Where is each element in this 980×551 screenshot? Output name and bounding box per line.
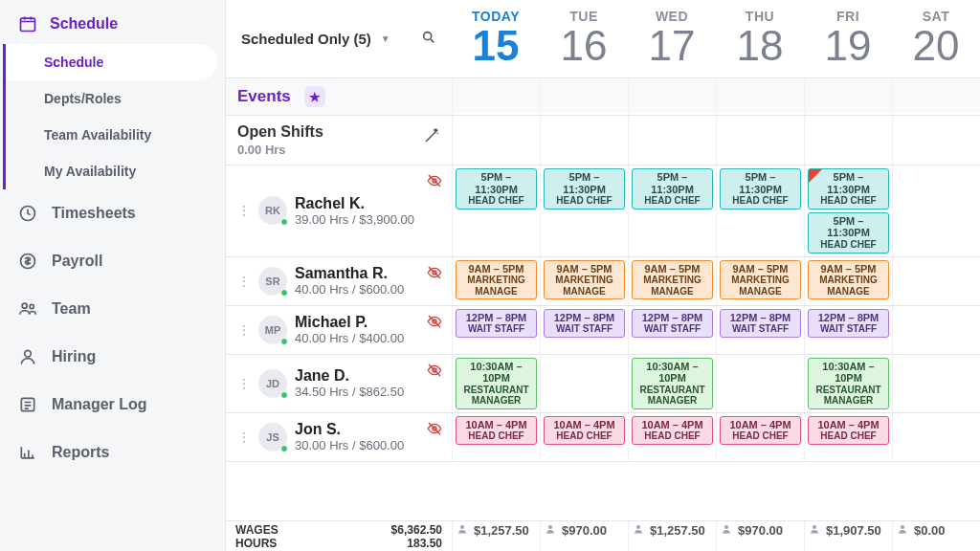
- hidden-icon[interactable]: [427, 173, 442, 191]
- drag-handle-icon[interactable]: ⋮: [237, 376, 251, 391]
- schedule-cell[interactable]: 5PM – 11:30PMHEAD CHEF: [628, 165, 716, 256]
- schedule-cell[interactable]: [892, 306, 980, 354]
- hidden-icon[interactable]: [427, 314, 442, 332]
- schedule-cell[interactable]: 12PM – 8PMWAIT STAFF: [804, 306, 892, 354]
- shift-block[interactable]: 9AM – 5PMMARKETING MANAGE: [456, 260, 537, 300]
- shift-block[interactable]: 10AM – 4PMHEAD CHEF: [544, 416, 625, 445]
- shift-block[interactable]: 10AM – 4PMHEAD CHEF: [808, 416, 889, 445]
- drag-handle-icon[interactable]: ⋮: [237, 203, 251, 218]
- shift-block[interactable]: 5PM – 11:30PMHEAD CHEF: [632, 168, 713, 209]
- star-icon[interactable]: ★: [304, 86, 325, 107]
- shift-block[interactable]: 5PM – 11:30PMHEAD CHEF: [456, 168, 537, 209]
- schedule-cell[interactable]: 9AM – 5PMMARKETING MANAGE: [452, 257, 540, 305]
- day-header[interactable]: TODAY15: [452, 5, 540, 72]
- schedule-cell[interactable]: 10AM – 4PMHEAD CHEF: [804, 413, 892, 461]
- nav-manager-log[interactable]: Manager Log: [0, 381, 225, 429]
- day-header[interactable]: THU18: [716, 5, 804, 72]
- schedule-cell[interactable]: 10AM – 4PMHEAD CHEF: [540, 413, 628, 461]
- footer-day-total: $970.00: [716, 521, 804, 551]
- hidden-icon[interactable]: [427, 265, 442, 283]
- schedule-cell[interactable]: [892, 165, 980, 256]
- schedule-cell[interactable]: 10AM – 4PMHEAD CHEF: [452, 413, 540, 461]
- schedule-cell[interactable]: [892, 257, 980, 305]
- subnav-my-availability[interactable]: My Availability: [6, 153, 225, 189]
- shift-block[interactable]: 10:30AM – 10PMRESTAURANT MANAGER: [808, 358, 889, 409]
- shift-block[interactable]: 12PM – 8PMWAIT STAFF: [632, 309, 713, 338]
- schedule-cell[interactable]: [716, 355, 804, 412]
- schedule-cell[interactable]: 12PM – 8PMWAIT STAFF: [452, 306, 540, 354]
- day-header[interactable]: WED17: [628, 5, 716, 72]
- person-meta: 34.50 Hrs / $862.50: [295, 385, 404, 399]
- schedule-cell[interactable]: 10:30AM – 10PMRESTAURANT MANAGER: [804, 355, 892, 412]
- chevron-down-icon: ▼: [381, 33, 390, 44]
- svg-point-15: [636, 525, 640, 529]
- subnav-schedule[interactable]: Schedule: [6, 44, 217, 80]
- shift-block[interactable]: 12PM – 8PMWAIT STAFF: [456, 309, 537, 338]
- search-icon[interactable]: [421, 30, 436, 48]
- schedule-cell[interactable]: [892, 413, 980, 461]
- shift-block[interactable]: 10AM – 4PMHEAD CHEF: [456, 416, 537, 445]
- schedule-cell[interactable]: [892, 355, 980, 412]
- avatar[interactable]: RK: [258, 196, 287, 225]
- shift-block[interactable]: 9AM – 5PMMARKETING MANAGE: [808, 260, 889, 300]
- schedule-cell[interactable]: 10AM – 4PMHEAD CHEF: [628, 413, 716, 461]
- hidden-icon[interactable]: [427, 363, 442, 381]
- schedule-cell[interactable]: 12PM – 8PMWAIT STAFF: [540, 306, 628, 354]
- avatar[interactable]: JD: [258, 369, 287, 398]
- nav-timesheets[interactable]: Timesheets: [0, 189, 225, 237]
- svg-point-17: [813, 525, 816, 529]
- schedule-cell[interactable]: 10:30AM – 10PMRESTAURANT MANAGER: [452, 355, 540, 412]
- schedule-cell[interactable]: 9AM – 5PMMARKETING MANAGE: [540, 257, 628, 305]
- nav-team[interactable]: Team: [0, 285, 225, 333]
- shift-block[interactable]: 5PM – 11:30PMHEAD CHEF: [808, 212, 889, 253]
- shift-block[interactable]: 9AM – 5PMMARKETING MANAGE: [720, 260, 801, 300]
- schedule-cell[interactable]: 10AM – 4PMHEAD CHEF: [716, 413, 804, 461]
- magic-wand-icon[interactable]: [423, 127, 440, 148]
- nav-hiring[interactable]: Hiring: [0, 333, 225, 381]
- person-row: ⋮JSJon S.30.00 Hrs / $600.0010AM – 4PMHE…: [226, 413, 980, 462]
- shift-block[interactable]: 10:30AM – 10PMRESTAURANT MANAGER: [456, 358, 537, 409]
- schedule-cell[interactable]: 10:30AM – 10PMRESTAURANT MANAGER: [628, 355, 716, 412]
- shift-block[interactable]: 5PM – 11:30PMHEAD CHEF: [720, 168, 801, 209]
- schedule-cell[interactable]: 9AM – 5PMMARKETING MANAGE: [804, 257, 892, 305]
- avatar[interactable]: JS: [258, 423, 287, 452]
- schedule-cell[interactable]: 5PM – 11:30PMHEAD CHEF: [540, 165, 628, 256]
- filter-dropdown[interactable]: Scheduled Only (5) ▼: [226, 30, 452, 48]
- hidden-icon[interactable]: [427, 421, 442, 439]
- subnav-team-availability[interactable]: Team Availability: [6, 117, 225, 153]
- shift-block[interactable]: 10:30AM – 10PMRESTAURANT MANAGER: [632, 358, 713, 409]
- nav-payroll[interactable]: Payroll: [0, 237, 225, 285]
- shift-block[interactable]: 10AM – 4PMHEAD CHEF: [632, 416, 713, 445]
- schedule-cell[interactable]: 9AM – 5PMMARKETING MANAGE: [716, 257, 804, 305]
- shift-block[interactable]: 12PM – 8PMWAIT STAFF: [720, 309, 801, 338]
- shift-block[interactable]: 5PM – 11:30PMHEAD CHEF: [544, 168, 625, 209]
- schedule-cell[interactable]: 5PM – 11:30PMHEAD CHEF: [716, 165, 804, 256]
- schedule-cell[interactable]: 9AM – 5PMMARKETING MANAGE: [628, 257, 716, 305]
- avatar[interactable]: MP: [258, 316, 287, 344]
- person-small-icon: [633, 523, 644, 538]
- shift-block[interactable]: 12PM – 8PMWAIT STAFF: [544, 309, 625, 338]
- nav-schedule-parent[interactable]: Schedule: [0, 4, 225, 44]
- footer-day-total: $1,257.50: [628, 521, 716, 551]
- drag-handle-icon[interactable]: ⋮: [237, 430, 251, 445]
- nav-reports[interactable]: Reports: [0, 429, 225, 476]
- shift-block[interactable]: 9AM – 5PMMARKETING MANAGE: [544, 260, 625, 300]
- subnav-depts-roles[interactable]: Depts/Roles: [6, 80, 225, 117]
- shift-block[interactable]: 9AM – 5PMMARKETING MANAGE: [632, 260, 713, 300]
- svg-point-7: [424, 33, 432, 40]
- schedule-cell[interactable]: 5PM – 11:30PMHEAD CHEF: [452, 165, 540, 256]
- drag-handle-icon[interactable]: ⋮: [237, 322, 251, 338]
- drag-handle-icon[interactable]: ⋮: [237, 274, 251, 289]
- schedule-cell[interactable]: 12PM – 8PMWAIT STAFF: [628, 306, 716, 354]
- people-icon: [17, 298, 38, 320]
- schedule-cell[interactable]: [540, 355, 628, 412]
- shift-block[interactable]: 5PM – 11:30PMHEAD CHEF: [808, 168, 889, 209]
- schedule-cell[interactable]: 5PM – 11:30PMHEAD CHEF5PM – 11:30PMHEAD …: [804, 165, 892, 256]
- day-header[interactable]: SAT20: [892, 5, 980, 72]
- avatar[interactable]: SR: [258, 267, 287, 296]
- schedule-cell[interactable]: 12PM – 8PMWAIT STAFF: [716, 306, 804, 354]
- shift-block[interactable]: 10AM – 4PMHEAD CHEF: [720, 416, 801, 445]
- day-header[interactable]: FRI19: [804, 5, 892, 72]
- shift-block[interactable]: 12PM – 8PMWAIT STAFF: [808, 309, 889, 338]
- day-header[interactable]: TUE16: [540, 5, 628, 72]
